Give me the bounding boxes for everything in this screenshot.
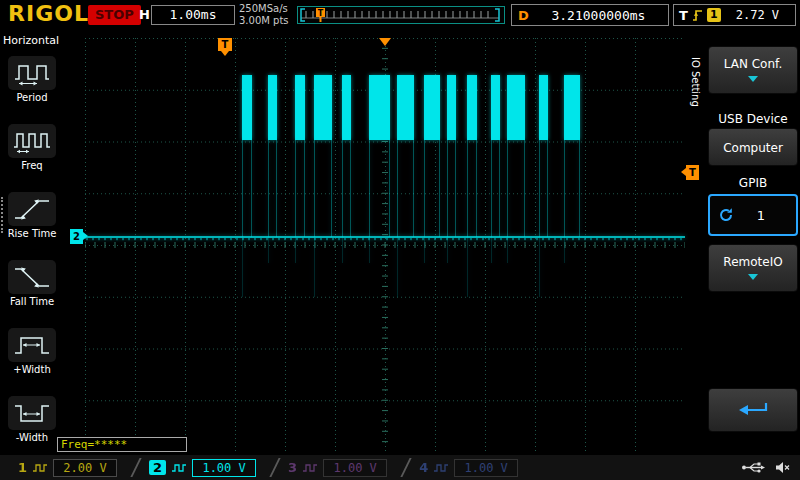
status-icons <box>741 461 790 474</box>
acquisition-info: 250MSa/s 3.00M pts <box>239 3 289 27</box>
square-wave-icon <box>433 463 449 473</box>
sample-rate: 250MSa/s <box>239 3 289 15</box>
left-menu: Horizontal Period Freq <box>0 30 64 455</box>
usb-icon <box>741 461 765 474</box>
channel-2-position-marker[interactable]: 2 <box>70 229 83 244</box>
fall-time-icon <box>8 260 56 294</box>
oscilloscope-screen: RIGOL STOP H 1.00ms 250MSa/s 3.00M pts T… <box>0 0 800 480</box>
trigger-delay-readout: D 3.21000000ms <box>511 4 669 26</box>
divider <box>124 458 141 477</box>
overview-wave: T <box>298 7 502 23</box>
memory-depth: 3.00M pts <box>239 15 289 27</box>
gpib-value: 1 <box>734 208 788 223</box>
trigger-level-value: 2.72 V <box>725 8 790 22</box>
divider <box>395 458 412 477</box>
menu-scrollbar[interactable] <box>1 197 4 233</box>
menu-item-rise-time[interactable]: Rise Time <box>5 192 59 239</box>
remoteio-button[interactable]: RemoteIO <box>708 244 798 292</box>
trigger-position-marker[interactable] <box>379 38 391 46</box>
divider <box>263 458 280 477</box>
rising-edge-icon <box>692 8 703 22</box>
waveform-display: T <box>85 38 685 452</box>
waveform-traces <box>85 38 685 452</box>
chevron-down-icon <box>748 76 758 82</box>
channel-4-status[interactable]: 4 1.00 V <box>415 455 522 480</box>
minus-width-icon <box>8 396 56 430</box>
trigger-level-marker[interactable]: T <box>686 165 699 180</box>
trigger-label: T <box>679 8 688 23</box>
horizontal-label: H <box>139 7 150 22</box>
speaker-icon <box>775 461 790 474</box>
usb-device-label: USB Device <box>708 112 798 126</box>
channel-2-status[interactable]: 2 1.00 V <box>145 455 260 480</box>
delay-label: D <box>518 8 529 23</box>
menu-item-minus-width[interactable]: -Width <box>5 396 59 443</box>
right-menu: IO Setting LAN Conf. USB Device Computer… <box>688 30 800 455</box>
menu-item-fall-time[interactable]: Fall Time <box>5 260 59 307</box>
gpib-label: GPIB <box>708 176 798 190</box>
back-button[interactable] <box>708 388 798 432</box>
lan-conf-button[interactable]: LAN Conf. <box>708 46 798 94</box>
menu-item-plus-width[interactable]: +Width <box>5 328 59 375</box>
usb-device-value-button[interactable]: Computer <box>708 128 798 166</box>
svg-text:T: T <box>318 9 324 18</box>
menu-page-tab[interactable]: IO Setting <box>690 36 701 128</box>
freq-icon <box>8 124 56 158</box>
trigger-info: T 1 2.72 V <box>673 4 796 26</box>
channel-status-bar: 1 2.00 V 2 1.00 V 3 1.00 V 4 1.00 V <box>0 455 800 480</box>
top-status-bar: RIGOL STOP H 1.00ms 250MSa/s 3.00M pts T… <box>0 0 800 30</box>
channel-3-status[interactable]: 3 1.00 V <box>284 455 391 480</box>
circular-arrow-icon <box>718 207 734 223</box>
gpib-value-box[interactable]: 1 <box>708 194 798 236</box>
menu-item-period[interactable]: Period <box>5 56 59 103</box>
square-wave-icon <box>32 463 48 473</box>
waveform-overview-strip[interactable]: T <box>297 6 505 24</box>
rigol-logo: RIGOL <box>8 1 89 26</box>
run-state-badge: STOP <box>88 5 141 25</box>
channel-1-status[interactable]: 1 2.00 V <box>14 455 121 480</box>
chevron-down-icon <box>748 274 758 280</box>
trigger-source-badge: 1 <box>707 8 721 22</box>
rise-time-icon <box>8 192 56 226</box>
square-wave-icon <box>171 463 187 473</box>
trigger-delay-flag[interactable]: T <box>218 38 232 51</box>
timebase-readout: 1.00ms <box>151 5 235 25</box>
left-menu-title: Horizontal <box>0 30 64 47</box>
period-icon <box>8 56 56 90</box>
return-arrow-icon <box>736 400 770 420</box>
frequency-readout: Freq=***** <box>57 437 187 452</box>
plus-width-icon <box>8 328 56 362</box>
square-wave-icon <box>302 463 318 473</box>
menu-item-freq[interactable]: Freq <box>5 124 59 171</box>
delay-value: 3.21000000ms <box>535 8 662 23</box>
